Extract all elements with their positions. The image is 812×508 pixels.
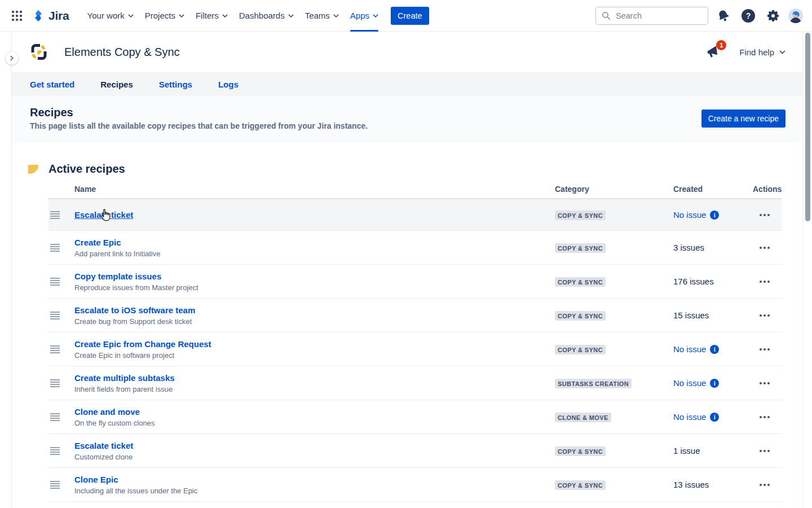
recipe-name-link[interactable]: Escalate ticket [74, 210, 133, 220]
chevron-down-icon [373, 14, 378, 18]
row-actions-menu-icon[interactable] [757, 277, 772, 286]
tab-logs[interactable]: Logs [218, 80, 239, 89]
recipe-name-link[interactable]: Copy template issues [74, 271, 161, 281]
settings-gear-icon[interactable] [764, 6, 783, 25]
nav-item-projects[interactable]: Projects [139, 0, 190, 32]
drag-handle-icon[interactable] [50, 244, 60, 252]
page-app-title: Elements Copy & Sync [64, 46, 180, 59]
recipe-name-cell: Escalate to iOS software teamCreate bug … [74, 305, 555, 326]
find-help-dropdown[interactable]: Find help [739, 47, 785, 57]
drag-handle-icon[interactable] [50, 447, 60, 455]
page-head: Recipes This page lists all the availabl… [12, 96, 802, 141]
vertical-scrollbar-thumb[interactable] [805, 33, 810, 221]
drag-handle-icon[interactable] [50, 278, 60, 286]
chevron-down-icon [128, 14, 134, 18]
jira-logo[interactable]: Jira [32, 9, 69, 23]
row-actions-menu-icon[interactable] [757, 211, 772, 220]
dot [767, 416, 770, 418]
drag-handle-icon[interactable] [50, 481, 60, 489]
chevron-down-icon [222, 14, 228, 18]
nav-item-filters[interactable]: Filters [190, 0, 233, 32]
dot [767, 450, 770, 452]
dot [764, 450, 766, 452]
row-handle-cell [48, 413, 74, 421]
row-actions-menu-icon[interactable] [757, 446, 772, 456]
created-value: 15 issues [673, 310, 709, 320]
avatar[interactable] [788, 8, 803, 23]
category-badge: COPY & SYNC [555, 446, 606, 456]
recipe-name-link[interactable]: Create Epic from Change Request [74, 339, 211, 349]
dot [760, 348, 762, 351]
recipe-category-cell: COPY & SYNC [555, 210, 673, 220]
tab-settings[interactable]: Settings [159, 80, 192, 89]
drag-handle-icon[interactable] [50, 413, 60, 421]
drag-handle-icon[interactable] [50, 345, 60, 353]
help-icon[interactable]: ? [739, 6, 758, 25]
sidebar-expand-button[interactable] [5, 51, 19, 65]
recipe-actions-cell [753, 277, 782, 286]
category-badge: CLONE & MOVE [555, 413, 611, 422]
recipe-name-link[interactable]: Escalate to iOS software team [74, 305, 195, 315]
category-badge: COPY & SYNC [555, 311, 606, 321]
nav-item-your-work[interactable]: Your work [82, 0, 139, 32]
recipe-name-link[interactable]: Escalate ticket [74, 441, 133, 450]
active-recipes-header: Active recipes [12, 141, 802, 176]
dot [764, 382, 766, 384]
announcements-megaphone-icon[interactable]: 1 [705, 44, 722, 60]
info-icon[interactable]: i [710, 211, 719, 220]
recipe-created-cell: 1 issue [673, 446, 753, 456]
drag-handle-icon[interactable] [50, 211, 60, 219]
create-button[interactable]: Create [391, 7, 429, 25]
row-actions-menu-icon[interactable] [757, 379, 772, 388]
app-switcher-icon[interactable] [9, 8, 25, 24]
search-input[interactable] [615, 11, 699, 21]
drag-handle-icon[interactable] [50, 312, 60, 319]
dot [764, 281, 766, 283]
row-actions-menu-icon[interactable] [757, 345, 772, 354]
recipe-subtitle: Create Epic in software project [74, 351, 555, 360]
nav-item-teams[interactable]: Teams [299, 0, 345, 32]
recipe-name-link[interactable]: Clone and move [74, 407, 140, 417]
recipe-category-cell: COPY & SYNC [555, 344, 673, 354]
primary-nav-items: Your workProjectsFiltersDashboardsTeamsA… [82, 0, 384, 32]
help-glyph: ? [742, 9, 755, 23]
nav-item-dashboards[interactable]: Dashboards [233, 0, 299, 32]
recipe-category-cell: COPY & SYNC [555, 310, 673, 321]
tab-get-started[interactable]: Get started [30, 80, 74, 89]
row-actions-menu-icon[interactable] [757, 413, 772, 422]
dot [760, 214, 762, 216]
row-handle-cell [48, 278, 74, 286]
dot [760, 484, 762, 486]
app-header-right: 1 Find help [705, 44, 785, 60]
tab-recipes[interactable]: Recipes [100, 80, 133, 89]
create-new-recipe-button[interactable]: Create a new recipe [701, 110, 785, 128]
search-box[interactable] [595, 7, 708, 25]
row-actions-menu-icon[interactable] [757, 243, 772, 252]
dot [764, 348, 766, 351]
chevron-down-icon [779, 50, 785, 54]
recipe-name-cell: Create EpicAdd parent link to Initiative [74, 238, 555, 258]
recipe-created-cell: 15 issues [673, 310, 753, 320]
recipe-actions-cell [753, 446, 782, 456]
nav-item-label: Apps [350, 11, 369, 20]
notification-bell-icon[interactable] [714, 6, 733, 25]
notification-count-badge: 1 [716, 40, 726, 50]
info-icon[interactable]: i [710, 345, 719, 354]
recipe-name-link[interactable]: Clone Epic [74, 475, 118, 484]
row-handle-cell [48, 211, 74, 219]
nav-item-apps[interactable]: Apps [345, 0, 384, 32]
info-icon[interactable]: i [710, 379, 719, 388]
table-row: Create Epic from Change RequestCreate Ep… [48, 332, 782, 366]
row-actions-menu-icon[interactable] [757, 311, 772, 320]
dot [764, 484, 766, 486]
row-actions-menu-icon[interactable] [757, 480, 772, 489]
nav-item-label: Filters [196, 11, 219, 20]
info-icon[interactable]: i [710, 413, 719, 422]
recipe-actions-cell [753, 211, 782, 220]
recipe-name-link[interactable]: Create Epic [74, 238, 121, 247]
category-badge: COPY & SYNC [555, 211, 606, 220]
recipe-name-link[interactable]: Create multiple subtasks [74, 373, 175, 383]
category-badge: SUBTASKS CREATION [555, 379, 632, 388]
drag-handle-icon[interactable] [50, 379, 60, 387]
category-badge: COPY & SYNC [555, 243, 606, 253]
